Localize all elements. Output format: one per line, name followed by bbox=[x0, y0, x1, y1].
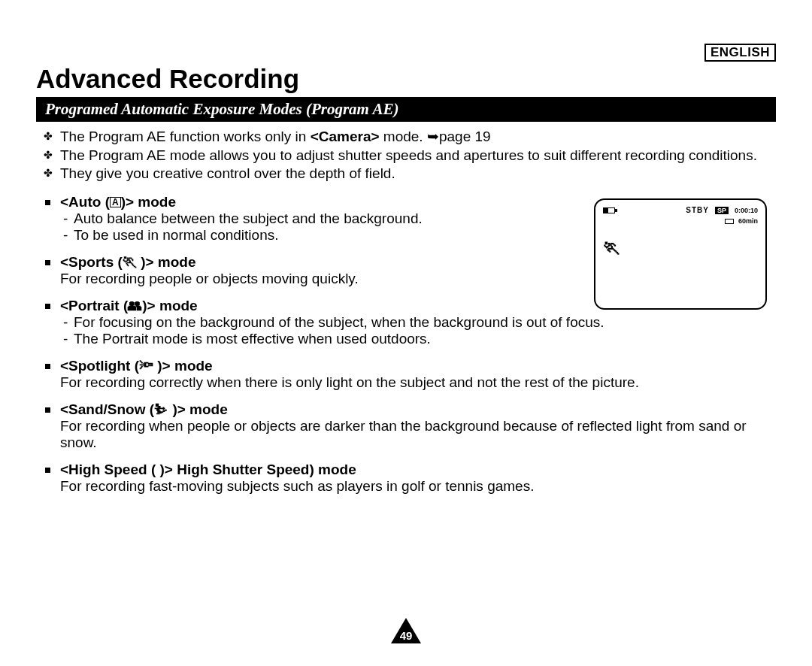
lcd-sp: SP bbox=[715, 207, 729, 214]
intro-l1-camera: <Camera> bbox=[311, 129, 380, 144]
page-title: Advanced Recording bbox=[36, 64, 776, 94]
mode-highspeed-desc: For recording fast-moving subjects such … bbox=[60, 478, 776, 495]
lcd-remain: 60min bbox=[738, 217, 758, 225]
intro-l1-text-c: mode. bbox=[380, 129, 427, 144]
tape-icon bbox=[725, 219, 734, 224]
mode-spotlight-title: <Spotlight (🔦︎ )> mode bbox=[60, 358, 213, 374]
language-badge: ENGLISH bbox=[704, 44, 776, 62]
mode-sports-title-a: <Sports ( bbox=[60, 254, 123, 270]
portrait-icon: 👥︎ bbox=[128, 298, 142, 313]
mode-auto-desc-1: Auto balance between the subject and the… bbox=[74, 210, 558, 227]
mode-sandsnow-title-b: )> mode bbox=[168, 401, 228, 417]
mode-portrait-title: <Portrait (👥︎)> mode bbox=[60, 298, 198, 313]
auto-a-icon: A bbox=[110, 197, 121, 207]
lcd-sports-icon: 🏃︎ bbox=[603, 238, 758, 258]
intro-line-1: The Program AE function works only in <C… bbox=[60, 128, 776, 147]
mode-auto-desc-2: To be used in normal conditions. bbox=[74, 227, 558, 244]
mode-highspeed-title: <High Speed ( )> High Shutter Speed) mod… bbox=[60, 462, 356, 477]
mode-sandsnow: <Sand/Snow (⛷︎ )> mode For recording whe… bbox=[36, 401, 776, 451]
mode-highspeed: <High Speed ( )> High Shutter Speed) mod… bbox=[36, 462, 776, 495]
mode-spotlight-title-b: )> mode bbox=[153, 358, 213, 374]
mode-auto-title: <Auto (A)> mode bbox=[60, 194, 176, 210]
mode-auto-title-b: )> mode bbox=[121, 194, 176, 210]
intro-l1-pageref: page 19 bbox=[439, 129, 491, 144]
intro-block: The Program AE function works only in <C… bbox=[36, 128, 776, 183]
sandsnow-icon: ⛷︎ bbox=[154, 401, 168, 417]
mode-sports-desc: For recording people or objects moving q… bbox=[60, 271, 558, 287]
mode-portrait-desc-2: The Portrait mode is most effective when… bbox=[74, 331, 776, 347]
intro-l1-text-a: The Program AE function works only in bbox=[60, 129, 311, 144]
mode-spotlight-title-a: <Spotlight ( bbox=[60, 358, 139, 374]
mode-spotlight: <Spotlight (🔦︎ )> mode For recording cor… bbox=[36, 358, 776, 391]
mode-sports-title-b: )> mode bbox=[137, 254, 196, 270]
mode-spotlight-desc: For recording correctly when there is on… bbox=[60, 374, 776, 391]
page-number: 49 bbox=[397, 629, 415, 642]
sports-icon: 🏃︎ bbox=[123, 254, 137, 270]
intro-line-2: The Program AE mode allows you to adjust… bbox=[60, 147, 776, 165]
mode-sandsnow-desc: For recording when people or objects are… bbox=[60, 418, 776, 451]
mode-sports-title: <Sports (🏃︎ )> mode bbox=[60, 254, 196, 270]
mode-portrait-title-b: )> mode bbox=[142, 298, 197, 313]
camera-lcd-preview: STBY SP 0:00:10 60min 🏃︎ bbox=[594, 198, 767, 310]
battery-icon bbox=[603, 207, 615, 213]
mode-portrait-title-a: <Portrait ( bbox=[60, 298, 128, 313]
mode-auto-title-a: <Auto ( bbox=[60, 194, 110, 210]
lcd-time: 0:00:10 bbox=[735, 207, 758, 214]
intro-line-3: They give you creative control over the … bbox=[60, 165, 776, 183]
section-heading: Programed Automatic Exposure Modes (Prog… bbox=[36, 98, 776, 122]
arrow-icon: ➥ bbox=[427, 129, 439, 144]
lcd-stby: STBY bbox=[686, 206, 709, 214]
mode-sandsnow-title-a: <Sand/Snow ( bbox=[60, 401, 154, 417]
mode-portrait-desc-1: For focusing on the background of the su… bbox=[74, 314, 776, 331]
spotlight-icon: 🔦︎ bbox=[139, 358, 153, 374]
mode-sandsnow-title: <Sand/Snow (⛷︎ )> mode bbox=[60, 401, 228, 417]
